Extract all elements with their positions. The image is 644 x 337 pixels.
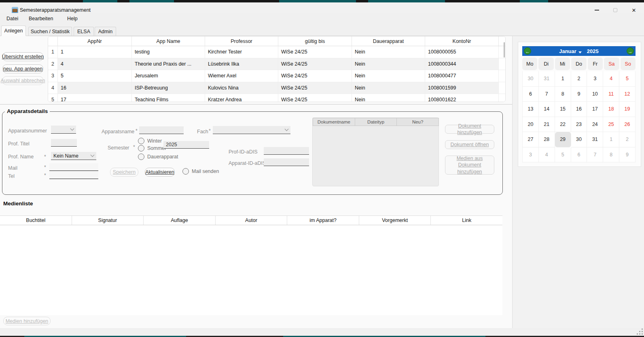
ml-column-buchtitel[interactable]: Buchtitel	[0, 216, 72, 225]
calendar-day[interactable]: 20	[523, 117, 539, 132]
calendar-day[interactable]: 5	[555, 147, 571, 163]
calendar-day[interactable]: 13	[523, 102, 539, 117]
table-row[interactable]: 416ISP-BetreuungKulovics NinaWiSe 24/25N…	[48, 82, 505, 94]
sommer-radio[interactable]	[138, 145, 144, 151]
menu-item-bearbeiten[interactable]: Bearbeiten	[29, 13, 53, 24]
calendar-day-grid: 3031123456789101112131415161718192021222…	[522, 71, 636, 162]
calendar-day[interactable]: 30	[571, 132, 587, 147]
calendar-day[interactable]: 21	[539, 117, 555, 132]
ml-column-vorgemerkt[interactable]: Vorgemerkt	[359, 216, 431, 225]
table-row[interactable]: 11testingKirchner TesterWiSe 24/25Nein10…	[48, 46, 505, 58]
column-header-dauerapparat[interactable]: Dauerapparat	[352, 36, 425, 46]
calendar-day[interactable]: 12	[619, 87, 636, 102]
prof-id-adis-field[interactable]	[264, 147, 309, 155]
column-header-kontonr[interactable]: KontoNr	[425, 36, 499, 46]
mail-field[interactable]	[49, 163, 98, 171]
column-header-appnr[interactable]: AppNr	[58, 36, 132, 46]
calendar-day[interactable]: 14	[539, 102, 555, 117]
ml-column-autor[interactable]: Autor	[216, 216, 288, 225]
calendar-day[interactable]: 3	[523, 147, 539, 163]
winter-radio[interactable]	[138, 138, 144, 144]
table-scrollbar-thumb[interactable]	[504, 42, 505, 58]
calendar-title[interactable]: Januar 2025	[559, 48, 599, 54]
tab-anlegen[interactable]: Anlegen	[1, 26, 26, 36]
ml-column-auflage[interactable]: Auflage	[144, 216, 216, 225]
calendar-day[interactable]: 24	[587, 117, 603, 132]
menu-item-help[interactable]: Help	[67, 13, 78, 24]
ml-column-signatur[interactable]: Signatur	[72, 216, 144, 225]
apparatsnummer-dropdown[interactable]	[51, 126, 76, 134]
calendar-day[interactable]: 1	[555, 71, 571, 87]
ml-column-im-apparat[interactable]: im Apparat?	[287, 216, 359, 225]
calendar-day[interactable]: 10	[587, 87, 603, 102]
column-header-app-name[interactable]: App Name	[132, 36, 205, 46]
calendar-day[interactable]: 31	[539, 71, 555, 87]
calendar-day[interactable]: 22	[555, 117, 571, 132]
tel-field[interactable]	[49, 171, 98, 179]
calendar-day[interactable]: 30	[523, 71, 539, 87]
calendar-day[interactable]: 19	[619, 102, 636, 117]
calendar-day[interactable]: 28	[539, 132, 555, 147]
auswahl-abbrechen-button[interactable]: Auswahl abbrechen	[2, 76, 43, 85]
calendar-day[interactable]: 8	[555, 87, 571, 102]
calendar-day[interactable]: 27	[523, 132, 539, 147]
tab-elsa[interactable]: ELSA	[74, 27, 94, 36]
ml-column-link[interactable]: Link	[431, 216, 502, 225]
prof-titel-field[interactable]	[51, 139, 77, 147]
tab-suchen-statistik[interactable]: Suchen / Statistik	[28, 27, 72, 36]
dokument-hinzufügen-button[interactable]: Dokument hinzufügen	[445, 125, 494, 134]
resize-grip[interactable]	[642, 333, 643, 335]
calendar-prev-month-button[interactable]	[524, 47, 531, 55]
tab-admin[interactable]: Admin	[95, 27, 116, 36]
calendar-day[interactable]: 23	[571, 117, 587, 132]
dauerapparat-radio[interactable]	[138, 154, 144, 160]
calendar-day[interactable]: 31	[587, 132, 603, 147]
mail-senden-checkbox[interactable]	[182, 168, 189, 175]
calendar-day[interactable]: 16	[571, 102, 587, 117]
calendar-day[interactable]: 1	[603, 132, 619, 147]
calendar-day[interactable]: 8	[603, 147, 619, 163]
prof-name-dropdown[interactable]: Kein Name	[51, 152, 96, 160]
calendar-month[interactable]: Januar	[559, 48, 576, 54]
calendar-day[interactable]: 29	[555, 132, 571, 147]
calendar-year[interactable]: 2025	[587, 48, 599, 54]
medien-hinzufuegen-button[interactable]: Medien hinzufügen	[3, 317, 51, 325]
dokument-öffnen-button[interactable]: Dokument öffnen	[445, 140, 494, 149]
semester-year-field[interactable]: 2025	[163, 141, 209, 149]
calendar-next-month-button[interactable]	[627, 47, 634, 55]
table-row[interactable]: 24Theorie und Praxis der ...Lüsebrink Il…	[48, 58, 505, 70]
calendar-day[interactable]: 5	[619, 71, 636, 87]
speichern-button[interactable]: Speichern	[110, 168, 138, 177]
medien-aus-dokument-hinzufügen-button[interactable]: Medien aus Dokument hinzufügen	[445, 156, 494, 175]
cell-gültig-bis: WiSe 24/25	[278, 58, 352, 70]
fach-dropdown[interactable]	[213, 126, 290, 134]
calendar-day[interactable]: 9	[619, 147, 636, 163]
calendar-day[interactable]: 25	[603, 117, 619, 132]
calendar-day[interactable]: 15	[555, 102, 571, 117]
apparatsname-field[interactable]	[139, 126, 184, 134]
apparat-id-adis-field[interactable]	[264, 158, 309, 166]
calendar-day[interactable]: 7	[587, 147, 603, 163]
calendar-day[interactable]: 26	[619, 117, 636, 132]
calendar-day[interactable]: 9	[571, 87, 587, 102]
calendar-day[interactable]: 4	[539, 147, 555, 163]
column-header-gültig-bis[interactable]: gültig bis	[278, 36, 352, 46]
calendar-day[interactable]: 4	[603, 71, 619, 87]
calendar-day[interactable]: 3	[587, 71, 603, 87]
calendar-day[interactable]: 17	[587, 102, 603, 117]
calendar-day[interactable]: 6	[523, 87, 539, 102]
calendar-day[interactable]: 18	[603, 102, 619, 117]
neu-app-anlegen-button[interactable]: neu. App anlegen	[2, 64, 43, 73]
calendar-day[interactable]: 11	[603, 87, 619, 102]
table-row[interactable]: 35JerusalemWiemer AxelWiSe 24/25Nein1008…	[48, 70, 505, 82]
calendar-day[interactable]: 7	[539, 87, 555, 102]
table-row[interactable]: 517Teaching FilmsKratzer AndreaWiSe 24/2…	[48, 94, 505, 102]
column-header-professor[interactable]: Professor	[205, 36, 278, 46]
aktualisieren-button[interactable]: Aktualisieren	[145, 168, 175, 177]
übersicht-erstellen-button[interactable]: Übersicht erstellen	[2, 52, 43, 61]
calendar-day[interactable]: 2	[571, 71, 587, 87]
calendar-day[interactable]: 6	[571, 147, 587, 163]
calendar-day[interactable]: 2	[619, 132, 636, 147]
title-bar: Semesterapparatsmanagement	[0, 2, 644, 13]
menu-item-datei[interactable]: Datei	[6, 13, 18, 24]
